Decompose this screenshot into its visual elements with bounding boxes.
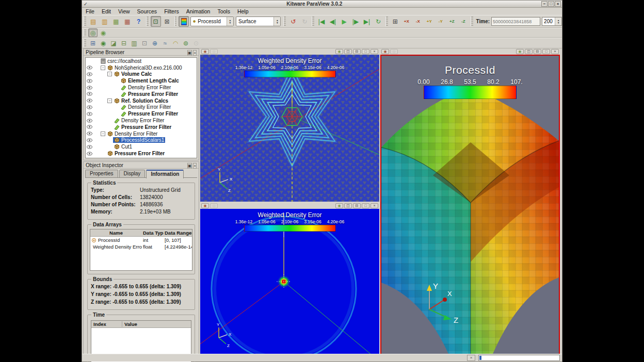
pipeline-item-processidscalars1[interactable]: ProcessIdScalars1	[86, 137, 197, 144]
camera-minus-y-button[interactable]: -Y	[436, 16, 446, 27]
pipeline-item-nohspherical3d-exo-216-000[interactable]: −NohSpherical3D.exo.216.000	[86, 64, 197, 71]
camera-link-button[interactable]: ◎	[210, 203, 218, 208]
split-vertical-button[interactable]: ⊟	[353, 203, 361, 208]
toolbar-handle[interactable]	[312, 17, 314, 26]
visibility-cell[interactable]	[86, 152, 93, 156]
pipeline-browser-titlebar[interactable]: Pipeline Browser ▣×	[84, 49, 199, 56]
eye-icon[interactable]	[87, 125, 92, 129]
data-array-row-processid[interactable]: ProcessIdint[0, 107]	[90, 237, 192, 243]
toolbar-handle[interactable]	[84, 29, 86, 37]
camera-plus-y-button[interactable]: +Y	[424, 16, 434, 27]
vcr-first-frame-button[interactable]: |◀	[316, 16, 327, 27]
reset-camera-button[interactable]: ⊞	[390, 16, 400, 27]
pipeline-item-pressure-error-filter[interactable]: Pressure Error Filter	[86, 150, 197, 157]
title-bar[interactable]: ✓ Kitware ParaView 3.0.2 −□×	[82, 1, 562, 8]
pipeline-item-cut1[interactable]: Cut1	[86, 143, 197, 150]
menu-item-filters[interactable]: Filters	[160, 8, 183, 15]
pipeline-item-main[interactable]: Ref. Solution Calcs	[113, 98, 169, 104]
visibility-cell[interactable]	[86, 131, 93, 136]
pipeline-item-density-error-filter[interactable]: Density Error Filter	[86, 104, 197, 111]
cancel-progress-button[interactable]: ×	[467, 355, 475, 361]
close-dock-button[interactable]: ×	[193, 50, 197, 56]
pipeline-item-pressure-error-filter[interactable]: Pressure Error Filter	[86, 124, 197, 130]
interaction-mode-button[interactable]: ◉	[201, 203, 209, 208]
toolbar-handle[interactable]	[471, 17, 473, 26]
eye-icon[interactable]	[87, 72, 92, 76]
window-close-button[interactable]: ×	[555, 1, 561, 7]
pipeline-item-density-error-filter[interactable]: Density Error Filter	[86, 117, 197, 124]
color-by-dropdown[interactable]: ProcessId▴▾	[190, 17, 234, 26]
toolbar-handle[interactable]	[174, 17, 177, 26]
camera-button[interactable]: ◉	[335, 203, 343, 208]
pipeline-item-main[interactable]: Volume Calc	[113, 71, 153, 77]
visibility-cell[interactable]	[86, 86, 93, 90]
eye-icon[interactable]	[87, 112, 92, 116]
visibility-cell[interactable]	[86, 65, 93, 70]
visibility-cell[interactable]	[86, 105, 93, 109]
interaction-mode-button[interactable]: ◉	[201, 49, 209, 54]
pipeline-item-main[interactable]: Pressure Error Filter	[113, 124, 172, 130]
tab-display[interactable]: Display	[119, 170, 146, 177]
extract-group-filter-button[interactable]: ⊙	[191, 39, 201, 47]
menu-item-tools[interactable]: Tools	[214, 8, 234, 15]
vcr-loop-button[interactable]: ↻	[373, 16, 383, 27]
split-horizontal-button[interactable]: ◫	[525, 49, 533, 54]
camera-button[interactable]: ◉	[516, 49, 524, 54]
close-view-button[interactable]: ×	[371, 203, 378, 208]
column-header-name[interactable]: Name	[90, 230, 142, 236]
select-cells-button[interactable]: ⊡	[151, 16, 161, 27]
render-view-bottom-viewport[interactable]: Y X Z Weighted Density Error 1.36e-121.0…	[200, 209, 379, 355]
threshold-filter-button[interactable]: ▥	[130, 39, 139, 47]
eye-icon[interactable]	[87, 98, 92, 103]
eye-icon[interactable]	[87, 79, 92, 83]
visibility-cell[interactable]	[86, 72, 93, 76]
color-legend-bottom[interactable]: Weighted Density Error 1.36e-121.05e-062…	[244, 211, 336, 232]
tree-expander-icon[interactable]: −	[107, 98, 112, 103]
eye-icon[interactable]	[87, 86, 92, 90]
data-arrays-table[interactable]: NameData TypeData RangesProcessIdint[0, …	[90, 229, 192, 271]
maximize-view-button[interactable]: □	[362, 203, 369, 208]
dropdown-arrows-icon[interactable]: ▴▾	[227, 17, 233, 26]
eye-icon[interactable]	[87, 105, 92, 109]
pipeline-item-main[interactable]: Density Error Filter	[120, 104, 172, 110]
calculator-filter-button[interactable]: ⊞	[88, 39, 98, 47]
camera-minus-z-button[interactable]: -Z	[458, 16, 469, 27]
group-datasets-filter-button[interactable]: ⊚	[181, 39, 190, 47]
pick-center-button[interactable]: ◉	[99, 28, 108, 37]
pipeline-item-density-error-filter[interactable]: −Density Error Filter	[86, 130, 197, 137]
undock-button[interactable]: ▣	[187, 50, 192, 56]
tree-expander-icon[interactable]: −	[101, 65, 105, 70]
visibility-cell[interactable]	[86, 119, 93, 123]
pipeline-item-density-error-filter[interactable]: Density Error Filter	[86, 84, 197, 91]
camera-plus-x-button[interactable]: +X	[401, 16, 412, 27]
time-value-field[interactable]	[491, 17, 540, 26]
toolbar-handle[interactable]	[146, 17, 149, 26]
toolbar-handle[interactable]	[84, 39, 86, 47]
split-horizontal-button[interactable]: ◫	[344, 203, 352, 208]
show-center-axes-button[interactable]: ◎	[88, 28, 98, 37]
close-dock-button[interactable]: ×	[193, 163, 197, 169]
eye-icon[interactable]	[87, 131, 92, 136]
pipeline-item-pressure-error-filter[interactable]: Pressure Error Filter	[86, 110, 197, 117]
tab-information[interactable]: Information	[146, 170, 184, 178]
eye-icon[interactable]	[87, 92, 92, 96]
maximize-view-button[interactable]: □	[362, 49, 369, 54]
redo-button[interactable]: ↻	[299, 16, 310, 27]
camera-link-button[interactable]: ◎	[210, 49, 218, 54]
clip-filter-button[interactable]: ◪	[109, 39, 118, 47]
pipeline-item-main[interactable]: Pressure Error Filter	[106, 151, 166, 156]
edit-color-map-button[interactable]	[179, 16, 189, 27]
color-legend-right[interactable]: ProcessId 0.0026.853.580.2107.	[424, 64, 517, 99]
toolbar-handle[interactable]	[385, 17, 388, 26]
eye-icon[interactable]	[87, 65, 92, 70]
dropdown-arrows-icon[interactable]: ▴▾	[273, 17, 280, 26]
pipeline-item-main[interactable]: csrc://localhost	[100, 58, 142, 64]
eye-icon[interactable]	[87, 138, 92, 142]
window-maximize-button[interactable]: □	[548, 1, 554, 7]
column-header-data-type[interactable]: Data Type	[142, 230, 164, 236]
interaction-mode-button[interactable]: ◉	[381, 49, 389, 54]
contour-filter-button[interactable]: ◉	[99, 39, 108, 47]
pipeline-item-element-length-calc[interactable]: Element Length Calc	[86, 77, 197, 84]
pipeline-item-main[interactable]: Cut1	[113, 144, 133, 150]
pipeline-tree[interactable]: csrc://localhost−NohSpherical3D.exo.216.…	[85, 57, 197, 158]
